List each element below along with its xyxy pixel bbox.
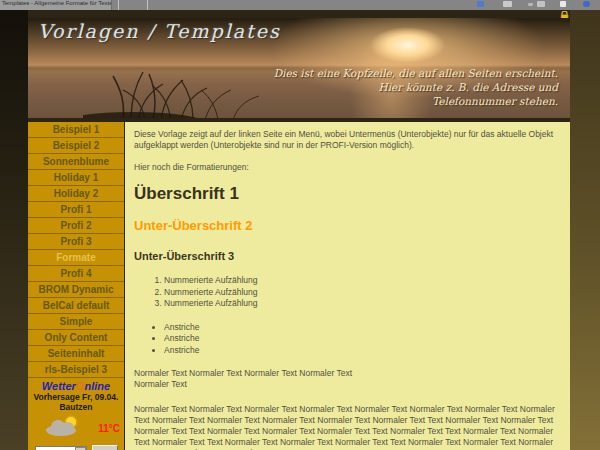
minimize-icon[interactable]: [528, 3, 533, 6]
chrome-divider: [118, 0, 119, 10]
bullet-list-item: Anstriche: [164, 322, 561, 334]
brand-part: nline: [84, 380, 110, 392]
bullet-list-item: Anstriche: [164, 345, 561, 357]
page-background-right: [570, 10, 600, 450]
forecast-city-label: Bautzen: [28, 402, 124, 412]
numbered-list: Nummerierte Aufzählung Nummerierte Aufzä…: [164, 275, 561, 310]
bullet-list: Anstriche Anstriche Anstriche: [164, 322, 561, 357]
wetteronline-logo[interactable]: WetterOnline: [28, 380, 124, 392]
bullet-list-item: Anstriche: [164, 333, 561, 345]
heading-2: Unter-Überschrift 2: [134, 218, 561, 234]
normal-text-sample: Normaler Text Normaler Text Normaler Tex…: [134, 368, 561, 390]
heading-1: Überschrift 1: [134, 184, 561, 204]
temperature-value: 11°C: [98, 423, 120, 434]
intro-paragraph-2: Hier noch die Formatierungen:: [134, 162, 561, 173]
numbered-list-item: Nummerierte Aufzählung: [164, 275, 561, 287]
sidebar-menu: Beispiel 1 Beispiel 2 Sonnenblume Holida…: [28, 122, 124, 450]
sidebar-item-sonnenblume[interactable]: Sonnenblume: [28, 154, 124, 170]
forecast-range-value: 3 Tage: [36, 447, 75, 450]
page-icon[interactable]: [560, 1, 566, 7]
brand-part: Wetter: [42, 380, 76, 392]
normal-text-paragraph: Normaler Text Normaler Text Normaler Tex…: [134, 404, 561, 450]
sidebar-item-rls-beispiel-3[interactable]: rls-Beispiel 3: [28, 362, 124, 378]
forecast-date-label: Vorhersage Fr, 09.04.: [28, 392, 124, 402]
sidebar-item-formate[interactable]: Formate: [28, 250, 124, 266]
weather-widget: WetterOnline Vorhersage Fr, 09.04. Bautz…: [28, 380, 124, 450]
forecast-range-select[interactable]: 3 Tage ▼: [35, 446, 87, 450]
main-content: Diese Vorlage zeigt auf der linken Seite…: [125, 122, 570, 450]
sidebar-item-simple[interactable]: Simple: [28, 314, 124, 330]
window-icon[interactable]: [537, 1, 545, 7]
tagline-line: Hier könnte z. B. die Adresse und: [274, 80, 558, 94]
browser-chrome: Templates - Allgemeine Formate für Texte…: [0, 0, 600, 10]
sidebar-item-belcal-default[interactable]: BelCal default: [28, 298, 124, 314]
favorites-icon[interactable]: [477, 1, 484, 7]
sidebar-item-profi-2[interactable]: Profi 2: [28, 218, 124, 234]
site-title: Vorlagen / Templates: [38, 20, 281, 42]
sidebar-item-seiteninhalt[interactable]: Seiteninhalt: [28, 346, 124, 362]
sidebar-item-profi-1[interactable]: Profi 1: [28, 202, 124, 218]
sidebar-item-beispiel-1[interactable]: Beispiel 1: [28, 122, 124, 138]
sidebar-item-profi-4[interactable]: Profi 4: [28, 266, 124, 282]
header-image: Vorlagen / Templates Dies ist eine Kopfz…: [28, 18, 570, 118]
intro-paragraph: Diese Vorlage zeigt auf der linken Seite…: [134, 129, 561, 151]
browser-tab-title: Templates - Allgemeine Formate für Texte…: [0, 0, 111, 8]
sidebar-item-brom-dynamic[interactable]: BROM Dynamic: [28, 282, 124, 298]
chrome-divider: [147, 0, 148, 10]
print-icon[interactable]: [503, 1, 512, 7]
sidebar-item-only-content[interactable]: Only Content: [28, 330, 124, 346]
tagline-line: Dies ist eine Kopfzeile, die auf allen S…: [274, 66, 558, 80]
numbered-list-item: Nummerierte Aufzählung: [164, 298, 561, 310]
sidebar-item-holiday-2[interactable]: Holiday 2: [28, 186, 124, 202]
sidebar-item-profi-3[interactable]: Profi 3: [28, 234, 124, 250]
cloud-sun-icon: [44, 417, 80, 439]
normal-text-line: Normaler Text Normaler Text Normaler Tex…: [134, 368, 352, 378]
numbered-list-item: Nummerierte Aufzählung: [164, 287, 561, 299]
help-icon[interactable]: [583, 1, 590, 7]
sidebar-item-holiday-1[interactable]: Holiday 1: [28, 170, 124, 186]
page: Templates - Allgemeine Formate für Texte…: [0, 0, 600, 450]
chevron-down-icon[interactable]: ▼: [75, 447, 86, 450]
page-background-left: [0, 10, 28, 450]
tagline-line: Telefonnummer stehen.: [274, 94, 558, 108]
browser-tab[interactable]: Templates - Allgemeine Formate für Texte…: [0, 0, 112, 10]
header-tagline: Dies ist eine Kopfzeile, die auf allen S…: [274, 66, 558, 108]
heading-3: Unter-Überschrift 3: [134, 250, 561, 263]
normal-text-line: Normaler Text: [134, 379, 187, 389]
go-button[interactable]: GO: [92, 445, 118, 450]
sidebar-item-beispiel-2[interactable]: Beispiel 2: [28, 138, 124, 154]
